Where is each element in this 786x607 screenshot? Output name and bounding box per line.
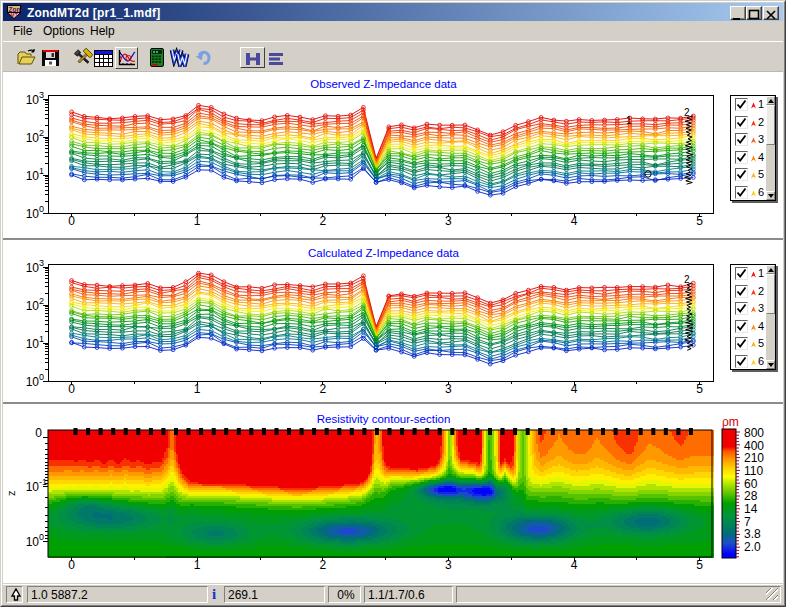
svg-text:10: 10 [26,375,40,389]
svg-text:5: 5 [696,382,703,396]
svg-text:2: 2 [684,274,690,285]
svg-text:1: 1 [626,115,632,126]
svg-text:4: 4 [571,214,578,228]
svg-text:4: 4 [571,382,578,396]
svg-text:4: 4 [571,558,578,572]
svg-text:3: 3 [39,90,44,100]
svg-text:2: 2 [684,107,690,118]
svg-text:MT: MT [11,12,18,18]
svg-text:1: 1 [194,214,201,228]
svg-text:0: 0 [68,382,75,396]
svg-text:1: 1 [39,166,44,176]
svg-text:3: 3 [445,214,452,228]
svg-text:1: 1 [194,558,201,572]
svg-text:1: 1 [39,334,44,344]
svg-text:10: 10 [26,169,40,183]
svg-text:0: 0 [39,204,44,214]
svg-text:0: 0 [39,372,44,382]
svg-text:1: 1 [194,382,201,396]
svg-text:ρm: ρm [722,415,739,429]
svg-text:2.0: 2.0 [744,540,761,554]
svg-text:3: 3 [445,382,452,396]
svg-text:0: 0 [68,214,75,228]
svg-text:2: 2 [319,558,326,572]
svg-text:10: 10 [26,131,40,145]
svg-text:2: 2 [319,382,326,396]
svg-text:2: 2 [319,214,326,228]
svg-text:10: 10 [26,337,40,351]
svg-text:5: 5 [696,558,703,572]
svg-text:0: 0 [35,426,42,440]
svg-text:2: 2 [39,128,44,138]
svg-text:5: 5 [696,214,703,228]
svg-text:10: 10 [26,261,40,275]
svg-text:0: 0 [68,558,75,572]
svg-text:z: z [5,491,17,497]
svg-text:3: 3 [445,558,452,572]
svg-text:i: i [212,587,216,602]
svg-text:3: 3 [39,258,44,268]
svg-text:10: 10 [26,207,40,221]
svg-text:10: 10 [26,480,40,494]
svg-text:10: 10 [26,299,40,313]
svg-text:10: 10 [26,535,40,549]
svg-text:2: 2 [39,296,44,306]
svg-text:10: 10 [26,93,40,107]
